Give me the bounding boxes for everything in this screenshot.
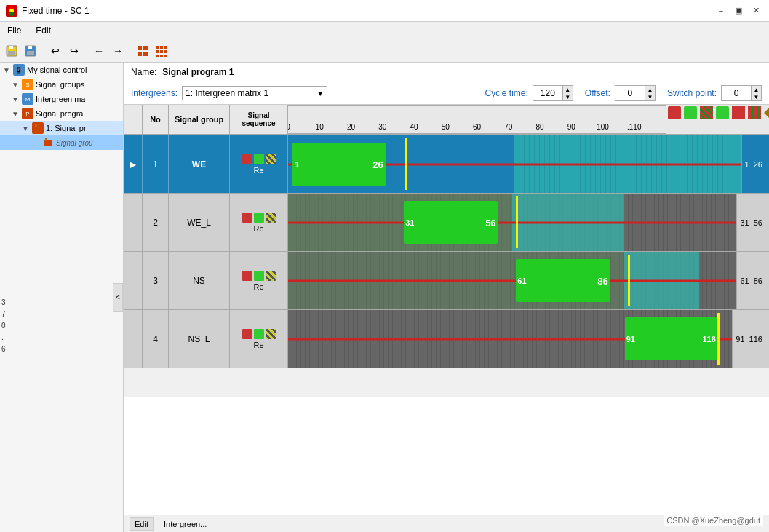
maximize-button[interactable]: ▣ (731, 4, 746, 18)
name-row: Name: Signal program 1 (124, 63, 769, 82)
tree-toggle-root[interactable]: ▼ (3, 66, 13, 74)
watermark: CSDN @XueZheng@gdut (664, 515, 763, 526)
col-signal-sequence: Signalsequence (230, 105, 288, 134)
icon-red-1 (242, 154, 252, 164)
table-row: 4 NS_L Re (124, 310, 769, 368)
bottom-intergreen[interactable]: Intergreen... (159, 518, 211, 530)
table-header: No Signal group Signalsequence 0 10 20 3… (124, 105, 769, 135)
sidebar-item-signal-groups[interactable]: ▼ S Signal groups (0, 77, 123, 92)
timeline-row-4: 91 116 (288, 310, 732, 368)
close-button[interactable]: ✕ (749, 4, 763, 18)
switch-point-input[interactable] (722, 87, 751, 100)
sidebar-item-intergreen[interactable]: ▼ M Intergreen ma (0, 92, 123, 106)
title-bar: Fixed time - SC 1 − ▣ ✕ (0, 0, 769, 22)
forward-button[interactable]: → (109, 42, 127, 60)
sidebar-item-root[interactable]: ▼ 📱 My signal control (0, 63, 123, 77)
save-blue-button[interactable] (22, 42, 39, 60)
tree-toggle-sg[interactable]: ▼ (12, 81, 22, 89)
icon-diag-4 (266, 329, 276, 339)
signal-table-wrapper[interactable]: No Signal group Signalsequence 0 10 20 3… (124, 105, 769, 515)
cycle-time-input[interactable] (533, 87, 562, 100)
offset-up[interactable]: ▲ (645, 86, 655, 93)
col-no: No (143, 105, 169, 134)
tree-toggle-prog[interactable]: ▼ (12, 110, 22, 118)
switch-point-group: Switch point: ▲ ▼ (667, 85, 762, 101)
offset-spinner[interactable]: ▲ ▼ (615, 85, 656, 101)
svg-rect-30 (44, 140, 52, 146)
svg-rect-14 (160, 46, 163, 49)
bottom-edit[interactable]: Edit (130, 517, 154, 531)
intergreens-select[interactable]: 1: Intergreen matrix 1 ▼ (182, 86, 327, 100)
minimize-button[interactable]: − (714, 4, 728, 18)
offset-group: Offset: ▲ ▼ (585, 85, 656, 101)
back-button[interactable]: ← (90, 42, 108, 60)
undo-button[interactable]: ↩ (47, 42, 64, 60)
switch-point-spinner[interactable]: ▲ ▼ (721, 85, 762, 101)
offset-input[interactable] (615, 87, 645, 100)
timeline-row-1: 1 26 (288, 135, 741, 193)
row-re-4: Re (253, 341, 263, 349)
col-icon-mixed (700, 106, 713, 119)
icon-red-2 (242, 213, 252, 223)
icon-diag-3 (266, 271, 276, 281)
sum-s1: 1 (745, 160, 749, 169)
grid2-button[interactable] (153, 42, 170, 60)
timeline-row-2: 31 56 (288, 194, 736, 251)
col-icon-stripe (748, 106, 761, 119)
sum-e3: 86 (754, 277, 762, 285)
icon-red-4 (242, 329, 252, 339)
sidebar-item-prog[interactable]: ▼ P Signal progra (0, 106, 123, 121)
signal-icon: S (22, 79, 33, 90)
sidebar-label-root: My signal control (27, 65, 87, 74)
row-arrow-4 (124, 310, 143, 368)
icon-green-1 (254, 154, 264, 164)
sidebar-item-sp1[interactable]: ▼ 1: Signal pr (0, 121, 123, 135)
row-re-3: Re (253, 282, 263, 291)
svg-rect-20 (160, 55, 163, 57)
matrix-icon: M (22, 93, 33, 105)
svg-rect-9 (138, 46, 142, 50)
grid1-button[interactable] (134, 42, 151, 60)
window-title: Fixed time - SC 1 (22, 6, 89, 16)
svg-rect-4 (9, 46, 13, 49)
row-summary-3: 61 86 3 (736, 252, 769, 309)
icon-diag-1 (266, 154, 276, 164)
sum-s2: 31 (740, 218, 749, 227)
cycle-time-spinner[interactable]: ▲ ▼ (533, 85, 573, 101)
table-row: 2 WE_L Re (124, 194, 769, 252)
name-value: Signal program 1 (162, 67, 234, 77)
settings-row: Intergreens: 1: Intergreen matrix 1 ▼ Cy… (124, 82, 769, 105)
switch-point-down[interactable]: ▼ (751, 93, 761, 100)
cycle-time-group: Cycle time: ▲ ▼ (485, 85, 573, 101)
cycle-time-down[interactable]: ▼ (562, 93, 573, 100)
row-icons-1: Re (230, 135, 288, 193)
sp1-icon (32, 122, 44, 134)
cycle-time-up[interactable]: ▲ (562, 86, 573, 93)
switch-point-up[interactable]: ▲ (751, 86, 761, 93)
switch-point-label: Switch point: (667, 88, 717, 98)
timeline-header: 0 10 20 30 40 50 60 70 80 90 100 .110 (288, 105, 666, 134)
menu-edit[interactable]: Edit (31, 24, 55, 37)
svg-rect-8 (27, 51, 34, 55)
phase-start-label-3: 61 (517, 277, 526, 285)
tree-toggle-sp1[interactable]: ▼ (22, 124, 32, 132)
offset-down[interactable]: ▼ (645, 93, 655, 100)
window-controls: − ▣ ✕ (714, 4, 763, 18)
sidebar-item-sg1[interactable]: Signal grou (0, 135, 123, 150)
save-yellow-button[interactable] (3, 42, 20, 60)
row-re-1: Re (253, 166, 263, 175)
row-icons-4: Re (230, 310, 288, 368)
menu-file[interactable]: File (3, 24, 25, 37)
row-icons-3: Re (230, 252, 288, 309)
icon-green-3 (254, 271, 264, 281)
phase-start-label-4: 91 (626, 335, 635, 344)
row-re-2: Re (253, 224, 263, 233)
tree-toggle-im[interactable]: ▼ (12, 95, 22, 103)
svg-rect-17 (160, 50, 163, 53)
redo-button[interactable]: ↪ (65, 42, 83, 60)
sidebar-collapse-button[interactable]: < (113, 283, 123, 312)
svg-rect-15 (164, 46, 167, 49)
row-summary-1: 1 26 3 (741, 135, 770, 193)
col-icon-red (668, 106, 681, 119)
row-sg-4: NS_L (169, 310, 230, 368)
